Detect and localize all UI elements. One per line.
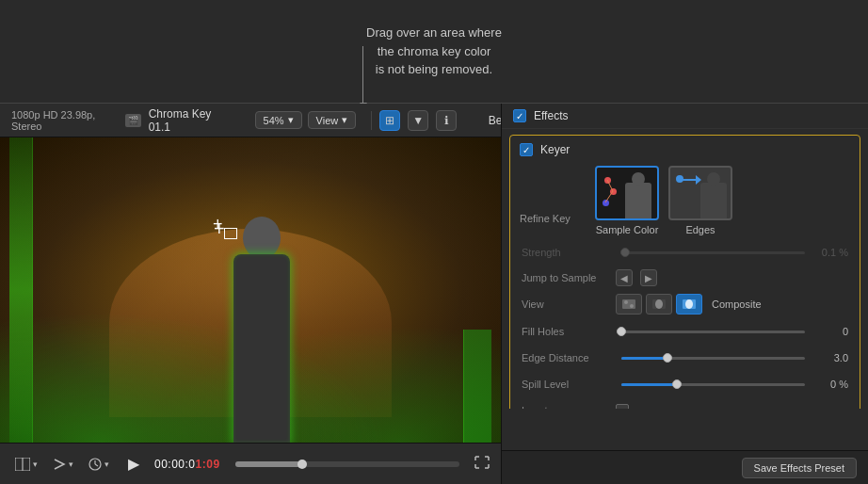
view-over-black-icon[interactable] (676, 294, 702, 315)
clip-appearance-icon[interactable]: ⊞ (379, 110, 400, 131)
spill-level-slider-track[interactable] (621, 383, 805, 386)
keyer-section: ✓ Keyer Refine Key (509, 135, 860, 409)
layout-button[interactable]: ▾ (11, 454, 41, 475)
fill-holes-slider-handle (617, 327, 626, 336)
crosshair-box (224, 228, 237, 239)
invert-control (616, 404, 848, 409)
strength-slider-handle (620, 248, 630, 257)
sample-lines-svg (597, 168, 657, 218)
edge-distance-row: Edge Distance 3.0 (510, 345, 860, 371)
view-composite-svg (682, 298, 697, 311)
invert-checkbox[interactable] (616, 404, 629, 409)
person-head (243, 217, 281, 259)
svg-line-13 (95, 464, 98, 466)
view-button[interactable]: View ▾ (308, 111, 357, 129)
playhead-timecode: 00:00:01:09 (154, 458, 220, 471)
jump-prev-button[interactable]: ◀ (616, 269, 633, 286)
svg-line-1 (605, 191, 613, 202)
green-bar-left (9, 137, 33, 443)
clip-name: Chroma Key 01.1 (149, 107, 229, 134)
spill-level-slider-handle (672, 379, 682, 389)
clock-chevron-icon: ▾ (104, 460, 109, 469)
strength-control (616, 251, 811, 254)
zoom-button[interactable]: 54% ▾ (255, 111, 302, 129)
strength-label: Strength (522, 247, 616, 258)
effects-section-header: ✓ Effects (502, 104, 868, 129)
inspector-panel: ✓ Effects ✓ Keyer Refine Key (501, 104, 868, 484)
edge-distance-slider-fill (621, 357, 667, 360)
svg-point-6 (655, 299, 663, 309)
fullscreen-button[interactable] (474, 456, 490, 472)
view-mode-row: View Composite (510, 290, 860, 318)
clock-button[interactable]: ▾ (85, 454, 113, 475)
svg-rect-2 (622, 299, 635, 309)
person-body (233, 254, 290, 443)
snapping-button[interactable]: ▾ (49, 454, 77, 475)
layout-icon (15, 458, 30, 471)
tooltip-line3: is not being removed. (376, 62, 492, 76)
spill-level-row: Spill Level 0 % (510, 371, 860, 397)
preview-background: + (0, 137, 501, 443)
spill-level-control (616, 383, 811, 386)
fill-holes-row: Fill Holes 0 (510, 318, 860, 345)
fill-holes-slider-track[interactable] (621, 331, 805, 333)
view-composite-icon[interactable] (616, 294, 642, 315)
edge-distance-slider-handle (663, 353, 672, 363)
view-composite-text: Composite (712, 298, 762, 310)
fullscreen-icon (474, 456, 490, 469)
keyer-checkbox[interactable]: ✓ (520, 143, 533, 156)
edge-distance-control (616, 357, 811, 360)
edges-person-body (700, 183, 727, 218)
timecode-frame-display: 1:09 (196, 458, 220, 471)
strength-slider-track[interactable] (621, 251, 805, 254)
jump-next-button[interactable]: ▶ (640, 269, 657, 286)
sample-color-label: Sample Color (596, 224, 659, 235)
layout-chevron-icon: ▾ (33, 460, 38, 469)
timeline-progress-handle[interactable] (297, 460, 307, 469)
invert-row: Invert (510, 397, 860, 409)
crosshair-plus: + (214, 218, 225, 240)
effects-label: Effects (534, 109, 568, 122)
jump-to-sample-label: Jump to Sample (522, 272, 616, 283)
inspector-header-icons: ⊞ ▼ ℹ (372, 110, 464, 131)
edges-option[interactable]: Edges (668, 166, 732, 235)
svg-point-4 (630, 304, 634, 308)
sample-color-option[interactable]: Sample Color (595, 166, 659, 235)
timecode-current-display: 00:00:0 (154, 458, 196, 471)
clock-icon (88, 458, 102, 471)
edges-thumb (668, 166, 732, 220)
view-mode-label: View (522, 298, 616, 310)
tooltip-arrow (362, 46, 363, 103)
keyer-label: Keyer (540, 143, 570, 156)
snapping-icon (53, 458, 66, 471)
info-icon[interactable]: ℹ (436, 110, 457, 131)
view-original-svg (621, 298, 636, 311)
view-chevron-icon: ▾ (342, 114, 347, 126)
svg-line-0 (607, 180, 613, 191)
filter-icon[interactable]: ▼ (408, 110, 428, 131)
save-effects-preset-button[interactable]: Save Effects Preset (742, 458, 857, 478)
inspector-bottom-bar: Save Effects Preset (502, 450, 868, 484)
svg-point-3 (624, 300, 628, 304)
spill-level-slider-fill (621, 383, 677, 386)
refine-key-row: Refine Key (510, 162, 860, 239)
zoom-level: 54% (264, 115, 284, 126)
edge-distance-slider-track[interactable] (621, 357, 805, 360)
view-mode-icons (616, 294, 702, 315)
fill-holes-control (616, 331, 811, 333)
timeline-progress-bar[interactable] (235, 461, 459, 467)
effects-check-icon: ✓ (516, 111, 523, 121)
fill-holes-value: 0 (811, 326, 848, 337)
view-label: View (316, 115, 339, 126)
edge-distance-label: Edge Distance (522, 352, 616, 363)
strength-row: Strength 0.1 % (510, 239, 860, 266)
refine-key-options: Sample Color Edges (595, 166, 732, 235)
play-button[interactable]: ▶ (121, 453, 147, 475)
view-matte-svg (651, 298, 667, 311)
jump-arrows: ◀ ▶ (616, 269, 657, 286)
tooltip-area: Drag over an area where the chroma key c… (0, 0, 868, 104)
view-matte-icon[interactable] (646, 294, 672, 315)
effects-checkbox[interactable]: ✓ (513, 109, 526, 122)
bottom-toolbar: ▾ ▾ ▾ ▶ 00:00:01:09 (0, 443, 501, 484)
crosshair-cursor[interactable]: + (217, 222, 235, 241)
